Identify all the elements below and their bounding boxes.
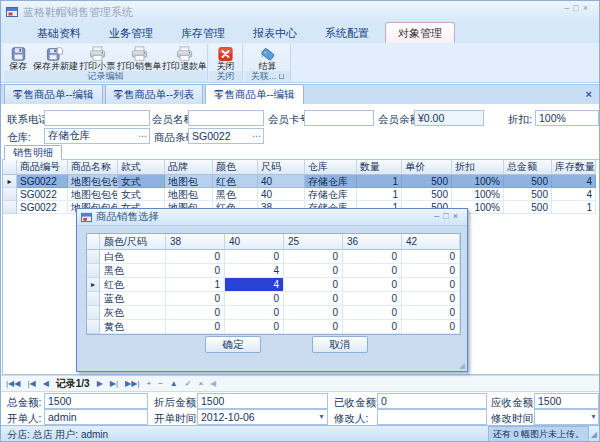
tab-sales-detail[interactable]: 销售明细 (4, 145, 62, 160)
matrix-row-blue[interactable]: 蓝色 0 0 0 0 0 (87, 292, 460, 306)
matrix-col-25[interactable]: 25 (284, 234, 343, 250)
matrix-col-38[interactable]: 38 (166, 234, 225, 250)
doc-tab-close-icon[interactable]: × (586, 88, 592, 100)
nav-last-icon[interactable]: ▶▶| (125, 379, 139, 388)
col-discount[interactable]: 折扣 (452, 160, 504, 175)
dialog-close-icon: × (453, 211, 462, 221)
col-brand[interactable]: 品牌 (165, 160, 213, 175)
nav-end-edit-icon[interactable]: ✓ (185, 379, 192, 388)
modify-time-dropdown-icon[interactable]: ▼ (590, 413, 597, 420)
matrix-col-42[interactable]: 42 (402, 234, 460, 250)
ok-button[interactable]: 确定 (205, 336, 261, 353)
received-amount-label: 已收金额: (334, 396, 379, 410)
received-amount-input[interactable] (377, 393, 487, 409)
col-product-code[interactable]: 商品编号 (17, 160, 68, 175)
contact-phone-input[interactable] (44, 110, 150, 126)
warehouse-input[interactable] (44, 128, 150, 144)
nav-append-icon[interactable]: + (146, 379, 151, 388)
nav-delete-icon[interactable]: − (158, 379, 163, 388)
window-resize-grip[interactable]: ◢ (591, 430, 597, 439)
ribbon-group-record-edit: 保存 保存并新建 打印小票 打印销售单 (4, 44, 208, 82)
col-style[interactable]: 款式 (118, 160, 165, 175)
col-warehouse[interactable]: 仓库 (305, 160, 357, 175)
warehouse-ellipsis-button[interactable]: ⋯ (138, 131, 147, 141)
doc-tab-retail-list[interactable]: 零售商品单--列表 (105, 84, 204, 104)
print-receipt-button[interactable]: 打印小票 (78, 45, 116, 71)
member-name-input[interactable] (188, 110, 264, 126)
modify-time-label: 修改时间: (491, 412, 536, 426)
nav-prev-page-icon[interactable]: |◀ (27, 379, 35, 388)
matrix-col-40[interactable]: 40 (225, 234, 284, 250)
receivable-amount-input (534, 393, 599, 409)
doc-tab-retail-edit-1[interactable]: 零售商品单--编辑 (4, 84, 103, 104)
settle-button[interactable]: 结算 (252, 45, 284, 71)
col-stock-qty[interactable]: 库存数量 (552, 160, 596, 175)
member-card-input[interactable] (304, 110, 374, 126)
nav-collapse-icon[interactable]: ◀ (210, 379, 216, 388)
nav-prev-icon[interactable]: ◀ (43, 379, 49, 388)
warehouse-label: 仓库: (7, 131, 31, 145)
status-branch-user: 分店: 总店 用户: admin (1, 428, 488, 442)
status-bar: 分店: 总店 用户: admin 还有 0 幅图片未上传。 (1, 425, 600, 442)
ribbon-tab-strip: 基础资料 业务管理 库存管理 报表中心 系统配置 对象管理 (1, 23, 600, 43)
nav-first-icon[interactable]: |◀◀ (6, 379, 20, 388)
ribbon-tab-system-config[interactable]: 系统配置 (313, 23, 381, 43)
ribbon-tab-basic-data[interactable]: 基础资料 (25, 23, 93, 43)
print-refund-button[interactable]: 打印退款单 (162, 45, 207, 71)
doc-tab-retail-edit-2[interactable]: 零售商品单--编辑 (205, 84, 304, 105)
dialog-launcher-icon[interactable] (279, 74, 284, 79)
col-unit-price[interactable]: 单价 (402, 160, 452, 175)
print-sales-order-button[interactable]: 打印销售单 (116, 45, 162, 71)
app-icon (6, 6, 18, 18)
matrix-row-red[interactable]: ▸ 红色 1 4 0 0 0 (87, 278, 460, 292)
window-title: 蓝格鞋帽销售管理系统 (23, 5, 133, 20)
save-and-new-button[interactable]: 保存并新建 (33, 45, 79, 71)
nav-next-icon[interactable]: ▶ (97, 379, 103, 388)
table-row[interactable]: SG0022 地图包包包 女式 地图包 黑色 40 存储仓库 1 500 100… (3, 188, 599, 201)
col-total[interactable]: 总金额 (504, 160, 552, 175)
dialog-maximize-icon: □ (443, 211, 452, 221)
dialog-resize-grip[interactable]: ◢ (459, 361, 465, 370)
cancel-button[interactable]: 取消 (312, 336, 368, 353)
table-row[interactable]: ▸ SG0022 地图包包包 女式 地图包 红色 40 存储仓库 1 500 1… (3, 175, 599, 188)
save-button[interactable]: 保存 (4, 45, 33, 71)
window-controls[interactable]: –□× (564, 3, 592, 13)
matrix-row-yellow[interactable]: 黄色 0 0 0 0 0 (87, 320, 460, 334)
matrix-row-black[interactable]: 黑色 0 4 0 0 0 (87, 264, 460, 278)
total-amount-label: 总金额: (7, 396, 41, 410)
matrix-col-36[interactable]: 36 (343, 234, 402, 250)
matrix-col-color-size[interactable]: 颜色/尺码 (100, 234, 166, 250)
create-time-dropdown-icon[interactable]: ▼ (318, 413, 325, 420)
color-size-matrix[interactable]: 颜色/尺码 38 40 25 36 42 白色 0 0 0 0 0 黑色 0 4… (86, 233, 461, 335)
ribbon-tab-business[interactable]: 业务管理 (97, 23, 165, 43)
col-product-name[interactable]: 商品名称 (68, 160, 118, 175)
col-size[interactable]: 尺码 (258, 160, 305, 175)
dialog-title-bar[interactable]: 商品销售选择 (77, 209, 467, 226)
close-red-icon (217, 45, 234, 62)
print-refund-button-label: 打印退款单 (162, 62, 207, 71)
printer-icon (88, 45, 107, 62)
col-color[interactable]: 颜色 (213, 160, 258, 175)
discounted-amount-label: 折后金额: (154, 396, 199, 410)
settle-button-label: 结算 (259, 62, 277, 71)
col-quantity[interactable]: 数量 (357, 160, 402, 175)
discount-label: 折扣: (508, 113, 532, 127)
ribbon-tab-object-management[interactable]: 对象管理 (385, 22, 455, 43)
barcode-ellipsis-button[interactable]: ⋯ (252, 131, 261, 141)
matrix-header-row: 颜色/尺码 38 40 25 36 42 (87, 234, 460, 250)
discount-input[interactable] (535, 110, 599, 126)
dialog-window-controls[interactable]: –□× (434, 211, 462, 221)
ribbon-tab-reports[interactable]: 报表中心 (241, 23, 309, 43)
nav-cancel-edit-icon[interactable]: × (198, 379, 203, 388)
nav-edit-icon[interactable]: ▲ (170, 379, 178, 388)
nav-next-page-icon[interactable]: ▶| (110, 379, 118, 388)
matrix-row-gray[interactable]: 灰色 0 0 0 0 0 (87, 306, 460, 320)
discounted-amount-input (197, 393, 328, 409)
tag-icon (259, 45, 276, 62)
ribbon-tab-inventory[interactable]: 库存管理 (169, 23, 237, 43)
create-time-input[interactable] (197, 409, 328, 425)
minimize-icon: – (564, 3, 573, 13)
matrix-row-white[interactable]: 白色 0 0 0 0 0 (87, 250, 460, 264)
close-form-button[interactable]: 关闭 (211, 45, 241, 71)
record-navigator: |◀◀ |◀ ◀ 记录1/3 ▶ ▶| ▶▶| + − ▲ ✓ × ◀ (1, 375, 600, 392)
